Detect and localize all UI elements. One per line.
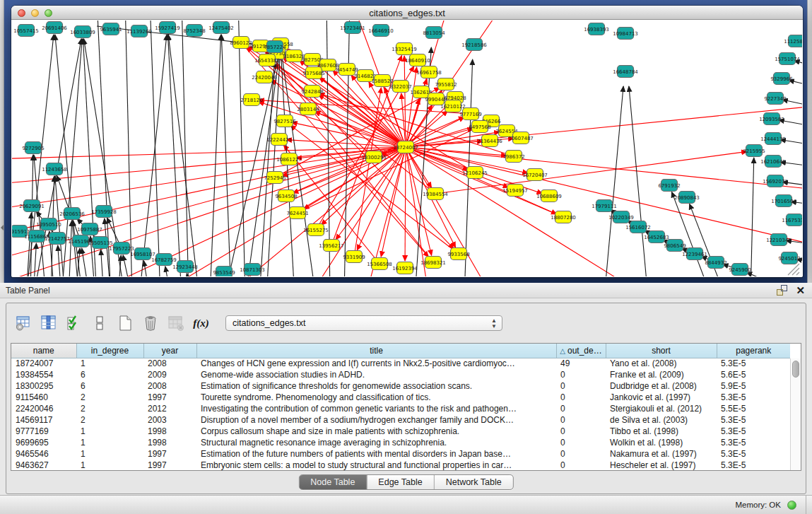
selected-node[interactable]: 9375685 bbox=[302, 67, 324, 79]
selected-node[interactable]: 16961758 bbox=[416, 66, 442, 78]
table-cell[interactable]: 2009 bbox=[143, 369, 196, 380]
selected-node[interactable]: 2718120 bbox=[240, 94, 262, 106]
network-view-window[interactable]: citations_edges.txt 89601238912954122605… bbox=[11, 6, 803, 277]
table-cell[interactable]: Estimation of the future numbers of pati… bbox=[196, 448, 556, 460]
selected-node[interactable]: 7624451 bbox=[286, 207, 308, 219]
table-row[interactable]: 1872400712008Changes of HCN gene express… bbox=[11, 358, 790, 369]
table-cell[interactable]: 9463627 bbox=[11, 460, 76, 471]
network-node[interactable]: 20629091 bbox=[19, 200, 45, 212]
network-node[interactable]: 12093582 bbox=[759, 113, 784, 125]
selected-node[interactable]: 9331909 bbox=[343, 251, 365, 263]
table-row[interactable]: 1830029562008Estimation of significance … bbox=[11, 380, 790, 392]
table-row[interactable]: 946554611997Estimation of the future num… bbox=[11, 448, 790, 460]
network-node[interactable]: 15692071 bbox=[763, 175, 788, 187]
table-cell[interactable]: 5.5E-5 bbox=[717, 403, 790, 414]
table-cell[interactable]: 0 bbox=[556, 426, 606, 437]
function-builder-icon[interactable]: f(x) bbox=[192, 314, 211, 333]
table-cell[interactable]: 2 bbox=[76, 403, 143, 414]
network-node[interactable]: 9806549 bbox=[664, 240, 686, 252]
network-node[interactable]: 9245900 bbox=[729, 264, 751, 276]
unselect-rows-icon[interactable] bbox=[90, 314, 109, 333]
network-node[interactable]: 8215955 bbox=[743, 145, 765, 157]
table-cell[interactable]: 2 bbox=[76, 414, 143, 426]
table-cell[interactable]: 5.6E-5 bbox=[717, 369, 790, 380]
network-node[interactable]: 16033809 bbox=[70, 26, 95, 38]
selected-node[interactable]: 12224425 bbox=[266, 134, 292, 146]
results-panel-collapsed-strip[interactable] bbox=[807, 0, 812, 283]
network-node[interactable]: 11139269 bbox=[126, 25, 152, 37]
table-cell[interactable]: 0 bbox=[556, 369, 606, 380]
network-node[interactable]: 16938393 bbox=[584, 23, 609, 35]
network-node[interactable]: 12210345 bbox=[766, 234, 792, 246]
tab-node-table[interactable]: Node Table bbox=[299, 475, 367, 489]
network-node[interactable]: 9227349 bbox=[764, 93, 786, 105]
network-node[interactable]: 20691406 bbox=[42, 22, 67, 34]
table-cell[interactable]: Franke et al. (2009) bbox=[606, 369, 717, 380]
table-cell[interactable]: 9699695 bbox=[11, 437, 76, 448]
network-node[interactable]: 11125834 bbox=[784, 35, 802, 47]
network-node[interactable]: 9245012 bbox=[778, 252, 800, 264]
table-cell[interactable]: 2 bbox=[76, 392, 143, 403]
network-node[interactable]: 7857224 bbox=[264, 41, 286, 53]
network-node[interactable]: 16646910 bbox=[368, 25, 394, 37]
table-cell[interactable]: 9465546 bbox=[11, 448, 76, 460]
table-panel-header[interactable]: Table Panel ✕ bbox=[0, 283, 812, 298]
table-cell[interactable]: 9777169 bbox=[11, 426, 76, 437]
selected-node[interactable]: 7986372 bbox=[502, 151, 524, 163]
table-cell[interactable]: Stergiakouli et al. (2012) bbox=[606, 403, 717, 414]
network-node[interactable]: 11243658 bbox=[42, 163, 67, 175]
table-cell[interactable]: Changes of HCN gene expression and I(f) … bbox=[196, 358, 556, 369]
column-header-pagerank[interactable]: pagerank bbox=[717, 344, 790, 358]
table-cell[interactable]: 2008 bbox=[143, 358, 196, 369]
selected-node[interactable]: 7955812 bbox=[435, 78, 457, 90]
network-node[interactable]: 15751074 bbox=[775, 53, 800, 65]
table-cell[interactable]: 22420046 bbox=[11, 403, 76, 414]
panel-expand-arrow-icon[interactable] bbox=[1, 225, 4, 230]
table-cell[interactable]: 5.3E-5 bbox=[717, 358, 790, 369]
selected-node[interactable]: 6497568 bbox=[469, 121, 490, 133]
new-document-icon[interactable] bbox=[115, 314, 134, 333]
network-node[interactable]: 10557415 bbox=[13, 25, 39, 37]
selected-node[interactable]: 9933568 bbox=[447, 248, 469, 260]
network-node[interactable]: 10220349 bbox=[608, 211, 634, 223]
network-node[interactable]: 20890843 bbox=[674, 192, 700, 204]
select-all-icon[interactable] bbox=[64, 314, 83, 333]
table-row[interactable]: 977716911998Corpus callosum shape and si… bbox=[11, 426, 790, 437]
table-cell[interactable]: Structural magnetic resonance image aver… bbox=[196, 437, 556, 448]
trash-icon[interactable] bbox=[141, 314, 160, 333]
table-cell[interactable]: 5.3E-5 bbox=[717, 460, 790, 471]
network-node[interactable]: 16648784 bbox=[613, 66, 638, 78]
network-node[interactable]: 15927419 bbox=[155, 22, 180, 34]
close-panel-icon[interactable]: ✕ bbox=[796, 285, 805, 296]
table-selector-dropdown[interactable]: citations_edges.txt ▲▼ bbox=[225, 315, 502, 331]
selected-node[interactable]: 2803144 bbox=[297, 103, 319, 115]
float-panel-icon[interactable] bbox=[777, 285, 787, 296]
network-node[interactable]: 9635941 bbox=[100, 23, 122, 35]
table-cell[interactable]: Hescheler et al. (1997) bbox=[606, 460, 717, 471]
table-cell[interactable]: 2003 bbox=[143, 414, 196, 426]
table-cell[interactable]: Investigating the contribution of common… bbox=[196, 403, 556, 414]
table-row[interactable]: 1456911722003Disruption of a novel membe… bbox=[11, 414, 790, 426]
table-cell[interactable]: Corpus callosum shape and size in male p… bbox=[196, 426, 556, 437]
network-node[interactable]: 9853549 bbox=[213, 267, 235, 277]
table-cell[interactable]: Estimation of significance thresholds fo… bbox=[196, 380, 556, 392]
table-row[interactable]: 911546021997Tourette syndrome. Phenomeno… bbox=[11, 392, 790, 403]
network-node[interactable]: 10984713 bbox=[613, 28, 638, 40]
table-scrollbar[interactable] bbox=[790, 358, 801, 470]
tab-edge-table[interactable]: Edge Table bbox=[367, 475, 434, 489]
network-canvas[interactable]: 8960123891295412260558982750381863281654… bbox=[12, 21, 802, 276]
network-node[interactable]: 20206536 bbox=[59, 208, 85, 220]
network-node[interactable]: 15616072 bbox=[625, 221, 651, 233]
table-cell[interactable]: Dudbridge et al. (2008) bbox=[606, 380, 717, 392]
selected-node[interactable]: 12106245 bbox=[462, 167, 488, 179]
table-cell[interactable]: 5.3E-5 bbox=[717, 392, 790, 403]
table-cell[interactable]: 18300295 bbox=[11, 380, 76, 392]
column-header-name[interactable]: name bbox=[11, 344, 76, 358]
table-cell[interactable]: 0 bbox=[556, 380, 606, 392]
table-row[interactable]: 946362711997Embryonic stem cells: a mode… bbox=[11, 460, 790, 471]
table-cell[interactable]: 1 bbox=[76, 448, 143, 460]
network-node[interactable]: 12475402 bbox=[208, 22, 234, 34]
table-cell[interactable]: 0 bbox=[556, 392, 606, 403]
table-cell[interactable]: 5.9E-5 bbox=[717, 380, 790, 392]
table-header-row[interactable]: namein_degreeyeartitle△out_de…shortpager… bbox=[11, 344, 790, 358]
